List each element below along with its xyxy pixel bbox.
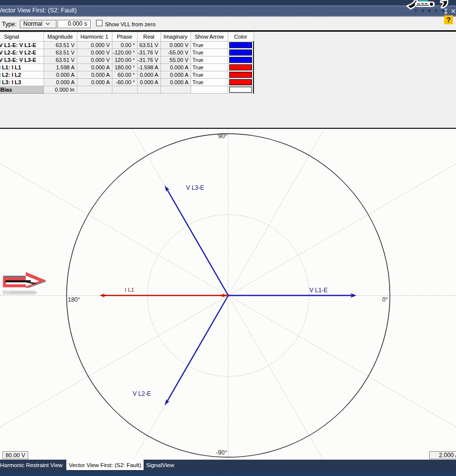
svg-text:180°: 180°: [68, 296, 80, 303]
svg-text:V L2-E: V L2-E: [133, 390, 151, 397]
svg-text:V L3-E: V L3-E: [186, 184, 204, 191]
svg-text:B: B: [428, 9, 431, 12]
svg-text:K: K: [435, 9, 438, 12]
svg-text:E: E: [422, 9, 424, 12]
svg-text:I L1: I L1: [125, 287, 134, 293]
svg-text:0°: 0°: [382, 296, 388, 303]
svg-text:V: V: [415, 9, 417, 12]
svg-text:-90°: -90°: [216, 449, 227, 456]
svg-text:90°: 90°: [218, 133, 227, 140]
svg-text:V L1-E: V L1-E: [309, 287, 328, 294]
svg-text:O: O: [442, 9, 444, 12]
